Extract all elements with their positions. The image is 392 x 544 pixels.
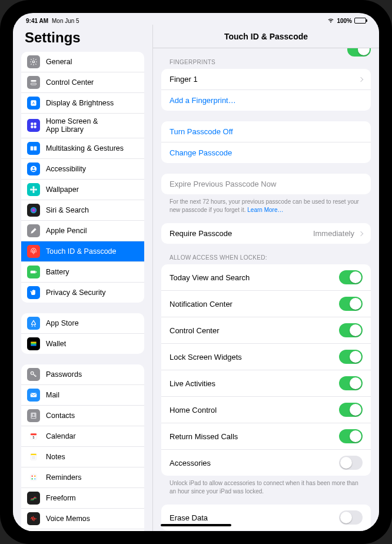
sidebar-item-multitasking-gestures[interactable]: Multitasking & Gestures (21, 138, 144, 159)
access-switch-live-activities[interactable] (339, 376, 363, 390)
voice-icon (27, 512, 40, 525)
sidebar-item-label: Voice Memos (46, 515, 90, 523)
sidebar-item-label: Mail (46, 391, 59, 399)
access-label: Accessories (170, 459, 211, 467)
content-pane: Touch ID & Passcode FINGERPRINTS Finger … (153, 25, 379, 531)
sidebar-item-label: App Store (46, 319, 79, 327)
access-label: Return Missed Calls (170, 432, 238, 441)
key-icon (27, 368, 40, 381)
sidebar-item-touch-id-passcode[interactable]: Touch ID & Passcode (21, 241, 144, 262)
svg-point-12 (33, 167, 35, 169)
erase-data-switch[interactable] (339, 510, 363, 525)
turn-passcode-off-link[interactable]: Turn Passcode Off (161, 121, 371, 142)
svg-rect-21 (31, 341, 36, 343)
sidebar-item-mail[interactable]: Mail (21, 385, 144, 406)
erase-data-row: Erase Data (161, 505, 371, 530)
sidebar-item-accessibility[interactable]: Accessibility (21, 159, 144, 180)
sidebar-item-label: Notes (46, 453, 65, 461)
svg-point-15 (32, 191, 35, 193)
add-fingerprint-link[interactable]: Add a Fingerprint… (161, 90, 371, 111)
access-label: Lock Screen Widgets (170, 353, 242, 361)
flower-icon (27, 183, 40, 196)
access-row-today-view-and-search: Today View and Search (161, 264, 371, 291)
grid-icon (27, 119, 40, 132)
access-switch-notification-center[interactable] (339, 297, 363, 311)
top-switch-peek[interactable] (347, 48, 371, 57)
contacts-icon (27, 409, 40, 422)
access-row-accessories: Accessories (161, 450, 371, 476)
svg-rect-20 (36, 271, 36, 273)
access-switch-today-view-and-search[interactable] (339, 270, 363, 284)
sidebar-item-battery[interactable]: Battery (21, 262, 144, 283)
pencil-icon (27, 224, 40, 237)
sidebar-item-apple-pencil[interactable]: Apple Pencil (21, 221, 144, 241)
sun-icon: A (27, 97, 40, 110)
access-label: Control Center (170, 326, 220, 335)
home-indicator[interactable] (161, 524, 231, 526)
hand-icon (27, 286, 40, 299)
sidebar-item-messages[interactable]: Messages (21, 529, 144, 531)
svg-point-11 (31, 166, 37, 173)
sidebar-item-label: Siri & Search (46, 206, 89, 214)
sidebar-item-freeform[interactable]: Freeform (21, 488, 144, 509)
sidebar-item-voice-memos[interactable]: Voice Memos (21, 509, 144, 529)
chevron-right-icon (358, 77, 363, 81)
access-row-home-control: Home Control (161, 397, 371, 423)
allow-access-header: ALLOW ACCESS WHEN LOCKED: (153, 244, 379, 264)
svg-point-17 (35, 188, 37, 191)
learn-more-link[interactable]: Learn More… (247, 207, 283, 213)
svg-point-0 (32, 61, 35, 63)
svg-point-40 (34, 478, 35, 479)
sidebar-item-label: Display & Brightness (46, 99, 114, 107)
sidebar-item-siri-search[interactable]: Siri & Search (21, 200, 144, 221)
sidebar-item-label: Control Center (46, 78, 94, 87)
sidebar-item-home-screen-app-library[interactable]: Home Screen & App Library (21, 114, 144, 138)
access-switch-control-center[interactable] (339, 323, 363, 337)
sidebar-item-label: Passwords (46, 370, 82, 379)
access-switch-home-control[interactable] (339, 403, 363, 417)
status-date: Mon Jun 5 (52, 18, 79, 24)
calendar-icon: 5 (27, 430, 40, 443)
access-row-control-center: Control Center (161, 317, 371, 344)
notes-icon (27, 450, 40, 463)
svg-rect-10 (34, 146, 37, 150)
status-time: 9:41 AM (26, 18, 48, 24)
access-row-notification-center: Notification Center (161, 291, 371, 317)
svg-rect-7 (31, 126, 33, 128)
sidebar-item-calendar[interactable]: 5Calendar (21, 426, 144, 447)
sidebar-item-wallpaper[interactable]: Wallpaper (21, 180, 144, 200)
sidebar-item-wallet[interactable]: Wallet (21, 334, 144, 354)
sidebar-item-contacts[interactable]: Contacts (21, 406, 144, 426)
settings-sidebar: Settings GeneralControl CenterADisplay &… (13, 25, 153, 531)
sidebar-item-control-center[interactable]: Control Center (21, 72, 144, 93)
sidebar-item-privacy-security[interactable]: Privacy & Security (21, 283, 144, 303)
wifi-icon (327, 18, 334, 24)
sidebar-item-app-store[interactable]: App Store (21, 313, 144, 334)
siri-icon (27, 204, 40, 217)
change-passcode-link[interactable]: Change Passcode (161, 142, 371, 163)
sidebar-item-notes[interactable]: Notes (21, 447, 144, 467)
svg-rect-8 (34, 126, 36, 128)
require-passcode-row[interactable]: Require Passcode Immediately (161, 223, 371, 244)
access-label: Home Control (170, 406, 217, 414)
svg-point-13 (32, 188, 35, 191)
battery-percent: 100% (337, 18, 352, 24)
sidebar-item-label: Calendar (46, 432, 76, 440)
access-switch-accessories[interactable] (339, 456, 363, 470)
fingerprints-header: FINGERPRINTS (153, 48, 379, 69)
svg-rect-5 (31, 123, 33, 125)
sidebar-item-general[interactable]: General (21, 52, 144, 72)
access-switch-return-missed-calls[interactable] (339, 429, 363, 443)
svg-rect-2 (31, 83, 36, 85)
expire-previous-passcode[interactable]: Expire Previous Passcode Now (161, 174, 371, 194)
svg-point-24 (31, 371, 34, 374)
sidebar-item-reminders[interactable]: Reminders (21, 467, 144, 488)
sidebar-item-label: Wallpaper (46, 185, 79, 194)
svg-text:A: A (32, 101, 35, 105)
access-switch-lock-screen-widgets[interactable] (339, 350, 363, 364)
fingerprint-row[interactable]: Finger 1 (161, 69, 371, 90)
sidebar-item-passwords[interactable]: Passwords (21, 364, 144, 385)
sidebar-title: Settings (13, 25, 152, 52)
access-label: Today View and Search (170, 273, 250, 282)
sidebar-item-display-brightness[interactable]: ADisplay & Brightness (21, 93, 144, 114)
